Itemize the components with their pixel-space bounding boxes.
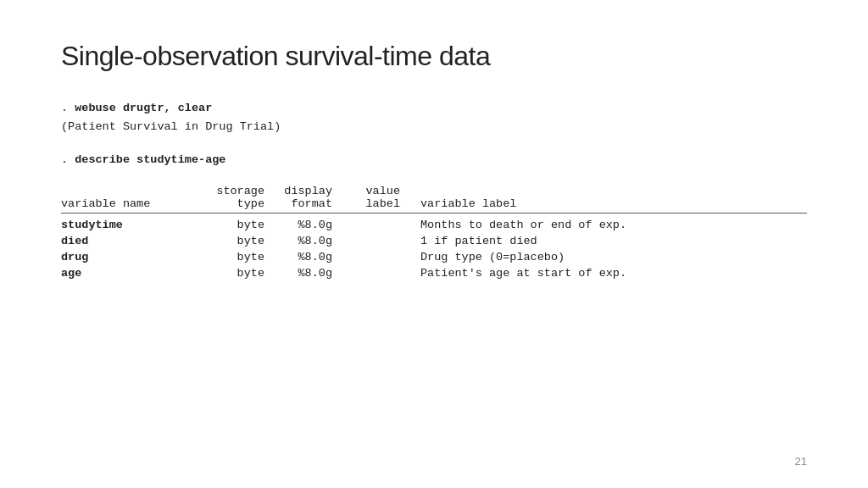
table-header-row2: variable name type format label variable… [61, 197, 807, 214]
command-2: describe studytime-age [75, 153, 225, 166]
header-varname-label: variable name [61, 197, 197, 214]
table-row: died byte %8.0g 1 if patient died [61, 233, 807, 249]
table-row: studytime byte %8.0g Months to death or … [61, 217, 807, 233]
prompt-1: . [61, 102, 75, 114]
row-varname-1: died [61, 233, 197, 249]
row-value-3 [332, 265, 400, 281]
row-value-1 [332, 233, 400, 249]
row-display-1: %8.0g [264, 233, 332, 249]
row-value-2 [332, 249, 400, 265]
command-block-1: . webuse drugtr, clear (Patient Survival… [61, 99, 807, 136]
row-varlabel-0: Months to death or end of exp. [400, 217, 807, 233]
row-display-3: %8.0g [264, 265, 332, 281]
header-type-label: type [197, 197, 264, 214]
table-row: age byte %8.0g Patient's age at start of… [61, 265, 807, 281]
row-storage-3: byte [197, 265, 264, 281]
header-display: display [264, 185, 332, 197]
table-row: drug byte %8.0g Drug type (0=placebo) [61, 249, 807, 265]
header-value: value [332, 185, 400, 197]
row-display-2: %8.0g [264, 249, 332, 265]
header-varname-empty [61, 185, 197, 197]
row-varlabel-2: Drug type (0=placebo) [400, 249, 807, 265]
describe-table: storage display value variable name type… [61, 185, 807, 281]
command-1: webuse drugtr, clear [75, 102, 212, 114]
command-block-2: . describe studytime-age [61, 151, 807, 169]
row-varlabel-3: Patient's age at start of exp. [400, 265, 807, 281]
table-header-row1: storage display value [61, 185, 807, 197]
page-number: 21 [795, 455, 807, 468]
row-varname-0: studytime [61, 217, 197, 233]
header-storage: storage [197, 185, 264, 197]
row-display-0: %8.0g [264, 217, 332, 233]
row-value-0 [332, 217, 400, 233]
header-varlabel-empty [400, 185, 807, 197]
header-format-label: format [264, 197, 332, 214]
row-storage-2: byte [197, 249, 264, 265]
row-storage-0: byte [197, 217, 264, 233]
header-label-label: label [332, 197, 400, 214]
slide-title: Single-observation survival-time data [61, 41, 807, 72]
header-varlabel-label: variable label [400, 197, 807, 214]
row-varname-3: age [61, 265, 197, 281]
row-varlabel-1: 1 if patient died [400, 233, 807, 249]
output-1: (Patient Survival in Drug Trial) [61, 120, 281, 133]
slide: Single-observation survival-time data . … [0, 0, 868, 488]
row-storage-1: byte [197, 233, 264, 249]
prompt-2: . [61, 153, 75, 166]
row-varname-2: drug [61, 249, 197, 265]
